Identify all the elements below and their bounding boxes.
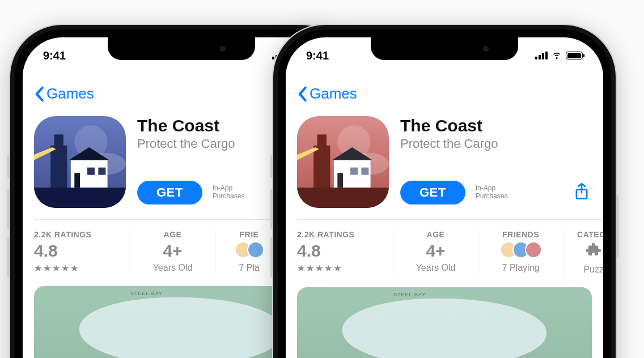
app-title: The Coast bbox=[400, 116, 592, 135]
app-subtitle: Protect the Cargo bbox=[400, 137, 592, 151]
svg-rect-9 bbox=[98, 168, 105, 175]
stats-row: 2.2K RATINGS 4.8 ★★★★★ AGE 4+ Years Old … bbox=[286, 220, 603, 275]
app-icon[interactable] bbox=[34, 116, 126, 208]
svg-rect-2 bbox=[50, 146, 67, 191]
stat-category[interactable]: CATEGO Puzzl bbox=[564, 230, 603, 275]
share-button[interactable] bbox=[574, 182, 592, 203]
wifi-icon bbox=[551, 49, 562, 63]
svg-rect-7 bbox=[74, 173, 80, 187]
in-app-purchase-label: In-AppPurchases bbox=[213, 185, 245, 201]
chevron-left-icon bbox=[297, 86, 307, 102]
back-label: Games bbox=[46, 85, 94, 103]
svg-rect-10 bbox=[34, 187, 126, 208]
svg-rect-13 bbox=[313, 146, 330, 191]
screenshot-preview[interactable]: STEEL BAY bbox=[297, 287, 592, 358]
status-time: 9:41 bbox=[43, 49, 66, 62]
chevron-left-icon bbox=[34, 86, 44, 102]
svg-rect-8 bbox=[87, 168, 95, 175]
battery-icon bbox=[566, 52, 583, 59]
svg-rect-18 bbox=[337, 173, 343, 187]
back-label: Games bbox=[310, 85, 357, 103]
phone-mockup-right: 9:41 Games bbox=[273, 25, 616, 358]
stat-age[interactable]: AGE 4+ Years Old bbox=[130, 230, 215, 274]
stat-friends[interactable]: FRIENDS 7 Playing bbox=[478, 230, 564, 275]
app-icon[interactable] bbox=[297, 116, 389, 208]
status-time: 9:41 bbox=[306, 49, 329, 62]
svg-rect-14 bbox=[317, 134, 327, 147]
star-rating-icon: ★★★★★ bbox=[297, 263, 342, 274]
puzzle-icon bbox=[586, 241, 603, 262]
star-rating-icon: ★★★★★ bbox=[34, 263, 79, 274]
avatar bbox=[525, 241, 542, 258]
get-button[interactable]: GET bbox=[137, 181, 202, 204]
in-app-purchase-label: In-AppPurchases bbox=[476, 185, 508, 201]
stat-ratings[interactable]: 2.2K RATINGS 4.8 ★★★★★ bbox=[34, 230, 130, 274]
get-button[interactable]: GET bbox=[400, 181, 465, 204]
stat-age[interactable]: AGE 4+ Years Old bbox=[393, 230, 478, 275]
svg-rect-20 bbox=[361, 168, 368, 175]
notch bbox=[108, 37, 255, 60]
notch bbox=[371, 37, 518, 60]
cellular-icon bbox=[535, 52, 548, 59]
friend-avatars bbox=[235, 240, 264, 259]
svg-rect-19 bbox=[350, 168, 358, 175]
svg-rect-3 bbox=[54, 134, 63, 147]
avatar bbox=[247, 241, 264, 258]
svg-rect-21 bbox=[297, 187, 389, 208]
back-nav[interactable]: Games bbox=[286, 68, 603, 106]
share-icon bbox=[574, 182, 590, 201]
friend-avatars bbox=[500, 240, 542, 259]
stat-ratings[interactable]: 2.2K RATINGS 4.8 ★★★★★ bbox=[297, 230, 393, 275]
